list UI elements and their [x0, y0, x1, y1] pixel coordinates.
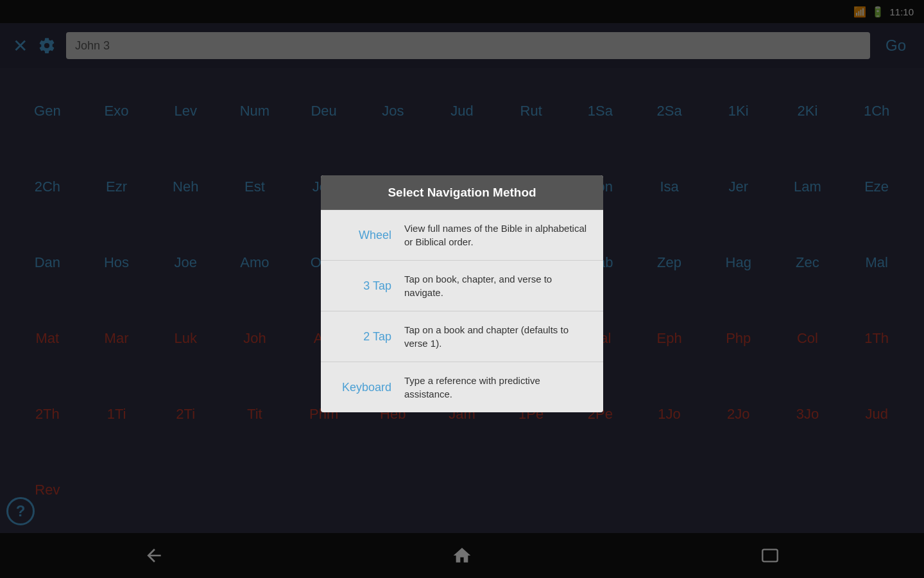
- option-wheel-desc: View full names of the Bible in alphabet…: [404, 222, 590, 249]
- option-2tap-desc: Tap on a book and chapter (defaults to v…: [404, 323, 590, 350]
- option-2tap-label: 2 Tap: [334, 329, 404, 343]
- option-keyboard-label: Keyboard: [334, 380, 404, 394]
- option-keyboard[interactable]: Keyboard Type a reference with predictiv…: [321, 362, 603, 412]
- option-keyboard-desc: Type a reference with predictive assista…: [404, 374, 590, 401]
- option-2tap[interactable]: 2 Tap Tap on a book and chapter (default…: [321, 311, 603, 362]
- option-3tap-label: 3 Tap: [334, 279, 404, 292]
- option-wheel-label: Wheel: [334, 228, 404, 241]
- option-3tap[interactable]: 3 Tap Tap on book, chapter, and verse to…: [321, 261, 603, 311]
- navigation-dialog: Select Navigation Method Wheel View full…: [321, 175, 603, 412]
- dialog-title: Select Navigation Method: [321, 175, 603, 210]
- option-3tap-desc: Tap on book, chapter, and verse to navig…: [404, 272, 590, 299]
- option-wheel[interactable]: Wheel View full names of the Bible in al…: [321, 210, 603, 261]
